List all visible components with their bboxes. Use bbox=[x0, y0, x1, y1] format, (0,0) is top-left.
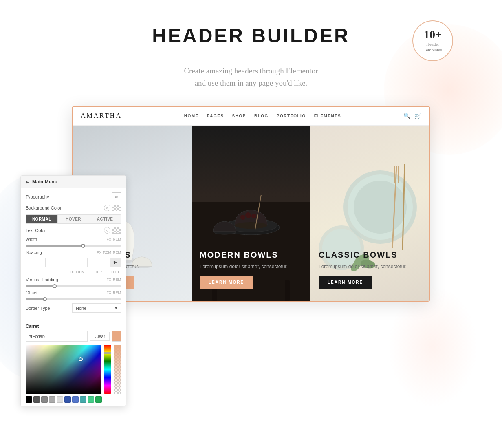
title-underline bbox=[239, 53, 263, 53]
text-color-label: Text Color bbox=[26, 228, 46, 233]
spacing-right[interactable] bbox=[47, 258, 67, 267]
bg-color-row: Background Color ○ bbox=[26, 205, 121, 211]
swatch-gray[interactable] bbox=[41, 396, 48, 403]
bg-color-toggle-icon[interactable]: ○ bbox=[104, 205, 110, 211]
spacing-left[interactable] bbox=[89, 258, 109, 267]
vpadding-slider[interactable] bbox=[26, 285, 121, 287]
nav-portfolio[interactable]: PORTFOLIO bbox=[277, 114, 306, 118]
hero-subtitle: Create amazing headers through Elementor… bbox=[0, 65, 502, 90]
swatch-darkgreen[interactable] bbox=[95, 396, 102, 403]
spacing-inputs: % bbox=[26, 258, 121, 267]
vpadding-units: FX REM bbox=[106, 278, 121, 282]
offset-track bbox=[26, 298, 121, 300]
swatch-lightgray[interactable] bbox=[49, 396, 55, 403]
browser-navbar: AMARTHA HOME PAGES SHOP BLOG PORTFOLIO E… bbox=[73, 107, 429, 126]
nav-pages[interactable]: PAGES bbox=[207, 114, 224, 118]
lbl-bottom: BOTTOM bbox=[68, 270, 88, 274]
typography-edit-icon[interactable]: ✏ bbox=[112, 192, 121, 201]
main-content: ▶ Main Menu Typography ✏ Background Colo… bbox=[0, 106, 502, 302]
swatch-medblue[interactable] bbox=[72, 396, 79, 403]
templates-badge: 10+ HeaderTemplates bbox=[412, 20, 453, 61]
chevron-down-icon: ▾ bbox=[115, 305, 117, 311]
color-picker bbox=[26, 345, 121, 394]
swatch-black[interactable] bbox=[26, 396, 32, 403]
search-icon[interactable]: 🔍 bbox=[403, 113, 410, 119]
spacing-fx: FX bbox=[97, 250, 101, 254]
tab-normal[interactable]: NORMAL bbox=[26, 215, 58, 223]
panel-arrow-icon: ▶ bbox=[26, 180, 29, 184]
lbl-top bbox=[26, 270, 46, 274]
slider-thumb bbox=[81, 244, 85, 248]
panel-title: Main Menu bbox=[32, 179, 57, 185]
swatch-green[interactable] bbox=[88, 396, 94, 403]
spacing-bottom[interactable] bbox=[68, 258, 88, 267]
elementor-panel: ▶ Main Menu Typography ✏ Background Colo… bbox=[20, 175, 126, 406]
nav-shop[interactable]: SHOP bbox=[232, 114, 246, 118]
cart-icon[interactable]: 🛒 bbox=[414, 113, 421, 119]
spacing-top[interactable] bbox=[26, 258, 46, 267]
bg-color-label: Background Color bbox=[26, 205, 62, 210]
hue-cursor bbox=[104, 352, 111, 354]
svg-point-13 bbox=[251, 214, 256, 218]
border-type-select[interactable]: None ▾ bbox=[72, 303, 121, 313]
bg-color-checker[interactable] bbox=[112, 205, 121, 211]
vpadding-label: Vertical Padding bbox=[26, 277, 58, 282]
spacing-rem2: REM bbox=[113, 250, 121, 254]
width-row: Width FX REM bbox=[26, 237, 121, 242]
vpadding-thumb bbox=[53, 284, 57, 288]
width-units: FX REM bbox=[106, 237, 121, 241]
vpadding-row: Vertical Padding FX REM bbox=[26, 277, 121, 282]
carret-clear-button[interactable]: Clear bbox=[90, 332, 110, 341]
slider-track bbox=[26, 245, 121, 247]
spacing-unit-toggle[interactable]: % bbox=[110, 258, 121, 267]
typography-row: Typography ✏ bbox=[26, 192, 121, 201]
panel-header: ▶ Main Menu bbox=[21, 176, 126, 188]
border-type-label: Border Type bbox=[26, 306, 50, 311]
badge-number: 10+ bbox=[424, 29, 442, 40]
offset-row: Offset FX REM bbox=[26, 290, 121, 295]
spacing-rem: REM bbox=[103, 250, 111, 254]
svg-point-16 bbox=[354, 181, 407, 234]
spacing-row: Spacing FX REM REM bbox=[26, 250, 121, 255]
nav-links: HOME PAGES SHOP BLOG PORTFOLIO ELEMENTS bbox=[184, 114, 341, 118]
hero-section: 10+ HeaderTemplates HEADER BUILDER Creat… bbox=[0, 24, 502, 90]
rem-unit: REM bbox=[113, 237, 121, 241]
color-alpha-strip[interactable] bbox=[114, 345, 121, 394]
text-color-toggle-icon[interactable]: ○ bbox=[104, 227, 110, 234]
learn-more-btn-3[interactable]: LEARN MORE bbox=[319, 276, 372, 289]
offset-thumb bbox=[43, 297, 47, 301]
nav-elements[interactable]: ELEMENTS bbox=[314, 114, 341, 118]
border-type-row: Border Type None ▾ bbox=[26, 303, 121, 313]
width-slider[interactable] bbox=[26, 245, 121, 247]
spacing-label: Spacing bbox=[26, 250, 42, 255]
text-color-checker[interactable] bbox=[112, 227, 121, 234]
spacing-units: FX REM REM bbox=[97, 250, 121, 254]
learn-more-btn-2[interactable]: LEARN MORE bbox=[200, 276, 253, 289]
nav-blog[interactable]: BLOG bbox=[254, 114, 269, 118]
nav-icons: 🔍 🛒 bbox=[403, 113, 421, 119]
carret-color-swatch[interactable] bbox=[112, 331, 121, 342]
carret-hex-input[interactable] bbox=[26, 331, 88, 342]
swatch-teal[interactable] bbox=[80, 396, 86, 403]
svg-point-11 bbox=[240, 215, 245, 220]
offset-slider[interactable] bbox=[26, 298, 121, 300]
color-hue-strip[interactable] bbox=[104, 345, 111, 394]
swatch-blue[interactable] bbox=[64, 396, 71, 403]
width-label: Width bbox=[26, 237, 37, 242]
swatch-darkgray[interactable] bbox=[33, 396, 40, 403]
bg-color-controls: ○ bbox=[104, 205, 121, 211]
carret-label: Carret bbox=[26, 324, 121, 329]
lbl-left: LEFT bbox=[110, 270, 121, 274]
nav-home[interactable]: HOME bbox=[184, 114, 199, 118]
vpadding-track bbox=[26, 285, 121, 287]
typography-label: Typography bbox=[26, 194, 49, 199]
product-title-2: MODERN BOWLS bbox=[200, 250, 302, 260]
carret-controls: Clear bbox=[26, 331, 121, 342]
fx-unit: FX bbox=[106, 237, 111, 241]
tab-active[interactable]: ACTIVE bbox=[89, 215, 121, 223]
tab-hover[interactable]: HOVER bbox=[58, 215, 90, 223]
product-card-3: CLASSIC BOWLS Lorem ipsum dolor sit amet… bbox=[310, 126, 429, 301]
swatch-verylightgray[interactable] bbox=[57, 396, 63, 403]
carret-section: Carret Clear bbox=[21, 320, 126, 406]
color-gradient-area[interactable] bbox=[26, 345, 101, 394]
